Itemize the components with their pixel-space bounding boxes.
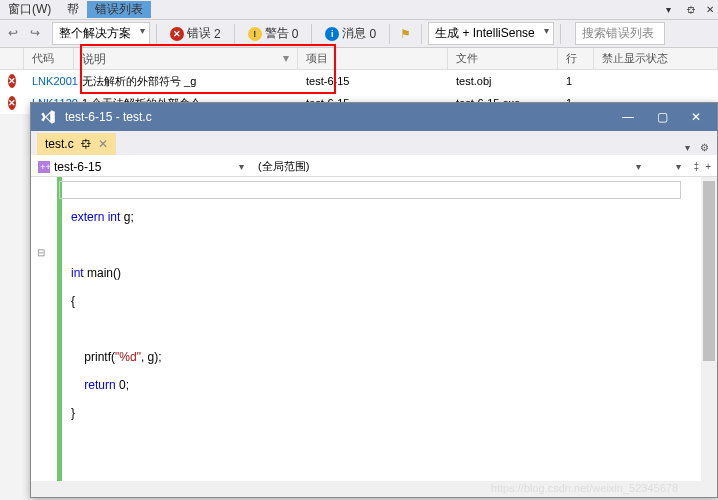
- separator: [156, 24, 157, 44]
- errors-filter-button[interactable]: ✕ 错误 2: [163, 22, 228, 45]
- plus-icon[interactable]: +: [703, 161, 713, 172]
- settings-icon[interactable]: ⚙: [696, 140, 713, 155]
- separator: [560, 24, 561, 44]
- build-mode-dropdown[interactable]: 生成 + IntelliSense: [428, 22, 554, 45]
- nav-forward-icon[interactable]: ↪: [30, 26, 46, 42]
- separator: [234, 24, 235, 44]
- watermark: https://blog.csdn.net/weixin_52345678: [491, 482, 678, 494]
- col-suppress[interactable]: 禁止显示状态: [594, 48, 718, 69]
- grid-header: 代码 说明 ▾ 项目 文件 行 禁止显示状态: [0, 48, 718, 70]
- filter-icon[interactable]: ⚑: [396, 25, 415, 43]
- gutter: ⊟: [31, 177, 59, 497]
- tab-close-icon[interactable]: ✕: [98, 137, 108, 151]
- nav-back-icon[interactable]: ↩: [8, 26, 24, 42]
- vs-logo-icon: [39, 108, 57, 126]
- svg-text:++: ++: [40, 162, 50, 172]
- menu-window[interactable]: 窗口(W): [0, 1, 59, 18]
- error-file: test.obj: [448, 73, 558, 89]
- search-input[interactable]: 搜索错误列表: [575, 22, 665, 45]
- errors-count: 2: [214, 27, 221, 41]
- scope-nav-dropdown[interactable]: (全局范围): [251, 157, 648, 176]
- col-project[interactable]: 项目: [298, 48, 448, 69]
- error-project: test-6-15: [298, 73, 448, 89]
- minimize-button[interactable]: —: [615, 107, 641, 127]
- pin-icon[interactable]: ⯐: [678, 3, 694, 17]
- warning-icon: !: [248, 27, 262, 41]
- code-editor[interactable]: ⊟ extern int g; int main() { printf("%d"…: [31, 177, 717, 497]
- messages-label: 消息: [342, 25, 366, 42]
- project-nav-dropdown[interactable]: ++ test-6-15: [31, 157, 251, 176]
- close-icon[interactable]: ✕: [698, 3, 714, 17]
- error-list-panel-tab[interactable]: 错误列表: [87, 1, 151, 18]
- error-line: 1: [558, 73, 594, 89]
- tab-pin-icon[interactable]: ⯐: [80, 137, 92, 151]
- error-desc: 无法解析的外部符号 _g: [74, 72, 298, 91]
- error-icon: ✕: [170, 27, 184, 41]
- top-ruler: [59, 181, 681, 199]
- table-row[interactable]: ✕ LNK2001 无法解析的外部符号 _g test-6-15 test.ob…: [0, 70, 718, 92]
- split-icon[interactable]: ‡: [692, 161, 702, 172]
- error-icon: ✕: [8, 74, 16, 88]
- info-icon: i: [325, 27, 339, 41]
- tab-strip: test.c ⯐ ✕ ▾ ⚙: [31, 131, 717, 155]
- menu-bar: 窗口(W) 帮 错误列表 ▾ ⯐ ✕: [0, 0, 718, 20]
- member-nav-dropdown[interactable]: [648, 157, 688, 176]
- cpp-project-icon: ++: [38, 161, 50, 173]
- sort-icon: ▾: [283, 51, 289, 65]
- warnings-filter-button[interactable]: ! 警告 0: [241, 22, 306, 45]
- dropdown-icon[interactable]: ▾: [658, 3, 674, 17]
- separator: [389, 24, 390, 44]
- vertical-scrollbar[interactable]: [701, 177, 717, 497]
- error-list-toolbar: ↩ ↪ 整个解决方案 ✕ 错误 2 ! 警告 0 i 消息 0 ⚑ 生成 + I…: [0, 20, 718, 48]
- maximize-button[interactable]: ▢: [649, 107, 675, 127]
- file-tab[interactable]: test.c ⯐ ✕: [37, 133, 116, 155]
- code-nav-bar: ++ test-6-15 (全局范围) ‡ +: [31, 155, 717, 177]
- collapse-icon[interactable]: ⊟: [37, 247, 45, 258]
- messages-count: 0: [369, 27, 376, 41]
- errors-label: 错误: [187, 25, 211, 42]
- chevron-down-icon[interactable]: ▾: [681, 140, 694, 155]
- close-button[interactable]: ✕: [683, 107, 709, 127]
- code-editor-window: test-6-15 - test.c — ▢ ✕ test.c ⯐ ✕ ▾ ⚙ …: [30, 102, 718, 498]
- separator: [311, 24, 312, 44]
- tab-strip-controls: ▾ ⚙: [681, 140, 717, 155]
- window-title: test-6-15 - test.c: [65, 110, 607, 124]
- code-titlebar[interactable]: test-6-15 - test.c — ▢ ✕: [31, 103, 717, 131]
- warnings-count: 0: [292, 27, 299, 41]
- scope-dropdown[interactable]: 整个解决方案: [52, 22, 150, 45]
- scroll-thumb[interactable]: [703, 181, 715, 361]
- messages-filter-button[interactable]: i 消息 0: [318, 22, 383, 45]
- col-file[interactable]: 文件: [448, 48, 558, 69]
- col-icon[interactable]: [0, 48, 24, 69]
- error-code-link[interactable]: LNK2001: [24, 73, 74, 89]
- col-desc[interactable]: 说明 ▾: [74, 48, 298, 69]
- col-code[interactable]: 代码: [24, 48, 74, 69]
- code-text-area[interactable]: extern int g; int main() { printf("%d", …: [59, 177, 701, 497]
- col-line[interactable]: 行: [558, 48, 594, 69]
- tab-label: test.c: [45, 137, 74, 151]
- warnings-label: 警告: [265, 25, 289, 42]
- menu-help[interactable]: 帮: [59, 1, 87, 18]
- separator: [421, 24, 422, 44]
- error-icon: ✕: [8, 96, 16, 110]
- panel-window-controls: ▾ ⯐ ✕: [658, 3, 718, 17]
